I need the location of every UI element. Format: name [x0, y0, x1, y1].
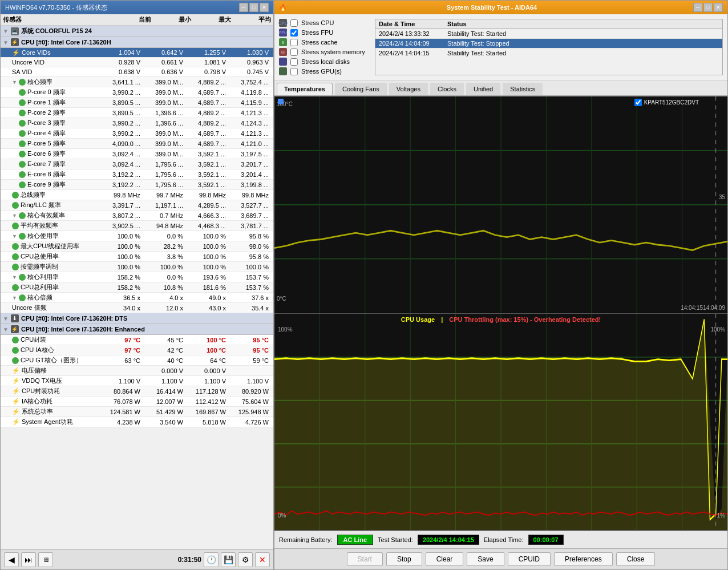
row-core-usage[interactable]: ▼ 核心使用率 100.0 % 0.0 % 100.0 % 95.8 % [1, 231, 273, 241]
row-pcore0[interactable]: P-core 0 频率 3,990.2 ... 399.0 M... 4,689… [1, 87, 273, 98]
start-button[interactable]: Start [347, 552, 383, 566]
status-table-header: Date & Time Status [375, 19, 722, 29]
stress-memory-checkbox[interactable] [290, 48, 298, 56]
group-system-label: 系统 COLORFUL P15 24 [21, 27, 92, 35]
toolbar-settings-btn[interactable]: ⚙ [238, 552, 253, 567]
aida-minimize-btn[interactable]: ─ [693, 3, 702, 12]
clear-button[interactable]: Clear [426, 552, 464, 566]
row-pcore0-cur: 3,990.2 ... [100, 89, 143, 96]
row-cpu-gt[interactable]: CPU GT核心（图形） 63 °C 40 °C 64 °C 59 °C [1, 355, 273, 366]
row-ring-freq[interactable]: Ring/LLC 频率 3,391.7 ... 1,197.1 ... 4,28… [1, 200, 273, 211]
cpuid-button[interactable]: CPUID [508, 552, 551, 566]
row-sa-vid[interactable]: SA VID 0.638 V 0.636 V 0.798 V 0.745 V [1, 67, 273, 77]
row-eff-freq[interactable]: ▼ 核心有效频率 3,807.2 ... 0.7 MHz 4,666.3 ...… [1, 211, 273, 221]
tab-unified[interactable]: Unified [466, 83, 500, 95]
hwinfo-minimize-btn[interactable]: ─ [239, 3, 248, 12]
aida-maximize-btn[interactable]: □ [703, 3, 713, 12]
status-row-1[interactable]: 2024/2/4 13:33:32 Stability Test: Starte… [375, 29, 722, 39]
row-pcore4[interactable]: P-core 4 频率 3,990.2 ... 399.0 M... 4,689… [1, 128, 273, 139]
row-core-vids-name: ⚡ Core VIDs [12, 49, 100, 56]
hwinfo-maximize-btn[interactable]: □ [249, 3, 258, 12]
save-button[interactable]: Save [467, 552, 504, 566]
toolbar-close-btn[interactable]: ✕ [255, 552, 270, 567]
row-pcore2[interactable]: P-core 2 频率 3,890.5 ... 1,396.6 ... 4,88… [1, 108, 273, 118]
hwinfo-close-btn[interactable]: ✕ [260, 3, 269, 12]
row-uncore-multi[interactable]: Uncore 倍频 34.0 x 12.0 x 43.0 x 35.4 x [1, 303, 273, 313]
row-vddq-tx[interactable]: ⚡ VDDQ TX电压 1.100 V 1.100 V 1.100 V 1.10… [1, 376, 273, 386]
tab-voltages[interactable]: Voltages [389, 83, 428, 95]
toolbar-clock-btn[interactable]: 🕐 [204, 552, 219, 567]
toolbar-time: 0:31:50 [178, 556, 201, 564]
stress-fpu-checkbox[interactable] [290, 29, 298, 37]
status-row-1-date: 2024/2/4 13:33:32 [375, 29, 444, 38]
row-bus-freq[interactable]: 总线频率 99.8 MHz 99.7 MHz 99.8 MHz 99.8 MHz [1, 190, 273, 200]
tab-cooling-fans[interactable]: Cooling Fans [335, 83, 387, 95]
row-core-usage-min: 0.0 % [143, 233, 185, 240]
row-pcore1[interactable]: P-core 1 频率 3,890.5 ... 399.0 M... 4,689… [1, 98, 273, 108]
group-cpu-enhanced[interactable]: ▼ ⚡ CPU [#0]: Intel Core i7-13620H: Enha… [1, 324, 273, 335]
row-pcore5[interactable]: P-core 5 频率 4,090.0 ... 399.0 M... 4,689… [1, 139, 273, 149]
col-min: 最小 [151, 15, 191, 24]
row-sys-power[interactable]: ⚡ 系统总功率 124.581 W 51.429 W 169.867 W 125… [1, 407, 273, 417]
group-system[interactable]: ▼ 💻 系统 COLORFUL P15 24 [1, 26, 273, 37]
row-demand-throttle[interactable]: 按需频率调制 100.0 % 100.0 % 100.0 % 100.0 % [1, 262, 273, 272]
stress-cpu-item: CPU Stress CPU [279, 19, 370, 27]
row-cpu-ia[interactable]: CPU IA核心 97 °C 42 °C 100 °C 95 °C [1, 345, 273, 355]
tab-clocks[interactable]: Clocks [430, 83, 464, 95]
row-ecore7[interactable]: E-core 7 频率 3,092.4 ... 1,795.6 ... 3,59… [1, 159, 273, 169]
group-cpu[interactable]: ▼ ⚡ CPU [#0]: Intel Core i7-13620H [1, 37, 273, 48]
row-cpu-total-util[interactable]: CPU总利用率 158.2 % 10.8 % 181.6 % 153.7 % [1, 282, 273, 293]
row-vddq-tx-cur: 1.100 V [100, 378, 143, 385]
row-ecore6[interactable]: E-core 6 频率 3,092.4 ... 399.0 M... 3,592… [1, 149, 273, 159]
stress-disk-checkbox[interactable] [290, 58, 298, 66]
row-max-cpu-usage[interactable]: 最大CPU/线程使用率 100.0 % 28.2 % 100.0 % 98.0 … [1, 241, 273, 252]
toolbar-save-btn[interactable]: 💾 [221, 552, 236, 567]
stress-cache-checkbox[interactable] [290, 39, 298, 46]
row-pcore3[interactable]: P-core 3 频率 3,990.2 ... 1,396.6 ... 4,88… [1, 118, 273, 128]
row-ecore8[interactable]: E-core 8 频率 3,192.2 ... 1,795.6 ... 3,59… [1, 169, 273, 180]
stress-cpu-checkbox[interactable] [290, 19, 298, 27]
toolbar-skip-btn[interactable]: ⏭ [21, 552, 36, 567]
toolbar-back-btn[interactable]: ◀ [4, 552, 19, 567]
temp-chart-svg [274, 96, 727, 313]
status-row-3[interactable]: 2024/2/4 14:04:15 Stability Test: Starte… [375, 48, 722, 58]
hwinfo-scroll[interactable]: ▼ 💻 系统 COLORFUL P15 24 ▼ ⚡ CPU [#0]: Int… [1, 26, 273, 549]
row-cpu-total-usage[interactable]: CPU总使用率 100.0 % 3.8 % 100.0 % 95.8 % [1, 252, 273, 262]
aida-close-btn[interactable]: ✕ [714, 3, 723, 12]
row-core-multi[interactable]: ▼ 核心倍频 36.5 x 4.0 x 49.0 x 37.6 x [1, 293, 273, 303]
row-cpu-pkg[interactable]: CPU封装 97 °C 45 °C 100 °C 95 °C [1, 335, 273, 345]
row-sa-power-avg: 4.726 W [228, 419, 271, 426]
chart-enable-checkbox[interactable] [634, 99, 642, 106]
row-uncore-vid[interactable]: Uncore VID 0.928 V 0.661 V 1.081 V 0.963… [1, 58, 273, 67]
status-row-2[interactable]: 2024/2/4 14:04:09 Stability Test: Stoppe… [375, 39, 722, 48]
row-ia-power-avg: 75.604 W [228, 398, 271, 405]
row-ia-power[interactable]: ⚡ IA核心功耗 76.078 W 12.007 W 112.412 W 75.… [1, 397, 273, 407]
cpu-throttle-label: CPU Throttling (max: 15%) - Overheating … [449, 316, 601, 323]
row-eff-freq-name: ▼ 核心有效频率 [12, 211, 100, 220]
stress-gpu-checkbox[interactable] [290, 68, 298, 75]
close-button[interactable]: Close [616, 552, 656, 566]
row-avg-eff-freq[interactable]: 平均有效频率 3,902.5 ... 94.8 MHz 4,468.3 ... … [1, 221, 273, 231]
row-voltage-offset-min: 0.000 V [143, 367, 185, 374]
row-core-util[interactable]: ▼ 核心利用率 158.2 % 0.0 % 193.6 % 153.7 % [1, 272, 273, 282]
cpu-stress-icon: CPU [279, 19, 287, 27]
tab-temperatures[interactable]: Temperatures [277, 83, 333, 95]
hwinfo-titlebar-buttons: ─ □ ✕ [239, 3, 269, 12]
group-cpu-label: CPU [#0]: Intel Core i7-13620H [21, 39, 111, 46]
row-ecore9-name: E-core 9 频率 [19, 180, 100, 189]
row-core-multi-min: 4.0 x [143, 294, 185, 301]
row-uncore-multi-cur: 34.0 x [100, 305, 143, 312]
row-cpu-pkg-power[interactable]: ⚡ CPU封装功耗 80.864 W 16.414 W 117.128 W 80… [1, 386, 273, 397]
row-sa-power[interactable]: ⚡ System Agent功耗 4.238 W 3.540 W 5.818 W… [1, 417, 273, 427]
row-voltage-offset[interactable]: ⚡ 电压偏移 0.000 V 0.000 V [1, 366, 273, 376]
chart-title: KPART512GBC2DVT [634, 99, 699, 106]
row-core-vids[interactable]: ⚡ Core VIDs 1.004 V 0.642 V 1.255 V 1.03… [1, 48, 273, 58]
row-sa-power-min: 3.540 W [143, 419, 185, 426]
stop-button[interactable]: Stop [386, 552, 422, 566]
row-ecore9[interactable]: E-core 9 频率 3,192.2 ... 1,795.6 ... 3,59… [1, 180, 273, 190]
tab-statistics[interactable]: Statistics [503, 83, 543, 95]
preferences-button[interactable]: Preferences [554, 552, 613, 566]
toolbar-monitor-btn[interactable]: 🖥 [38, 552, 53, 567]
row-core-freq[interactable]: ▼ 核心频率 3,641.1 ... 399.0 M... 4,889.2 ..… [1, 77, 273, 87]
group-cpu-dts[interactable]: ▼ 🌡 CPU [#0]: Intel Core i7-13620H: DTS [1, 313, 273, 324]
